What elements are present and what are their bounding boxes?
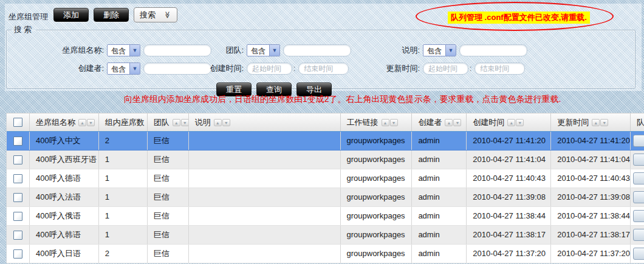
sort-asc-icon[interactable]: ▲ xyxy=(445,119,453,126)
sort-desc-icon[interactable]: ▼ xyxy=(87,119,95,126)
chevron-down-icon: ▼ xyxy=(129,45,140,56)
cell-team: 巨信 xyxy=(148,245,189,263)
table-row[interactable]: 400呼入俄语1巨信groupworkpagesadmin2010-04-27 … xyxy=(7,207,644,226)
table-row[interactable]: 400呼入西班牙语1巨信groupworkpagesadmin2010-04-2… xyxy=(7,151,644,169)
row-checkbox-cell xyxy=(7,207,30,225)
page-title: 坐席组管理 xyxy=(9,12,48,22)
row-action-button[interactable] xyxy=(633,135,644,147)
sort-buttons[interactable]: ▲▼ xyxy=(382,119,398,126)
cell-description xyxy=(189,132,341,150)
row-checkbox-cell xyxy=(7,226,30,244)
column-header-creator[interactable]: 创建者▲▼ xyxy=(412,113,467,131)
description-input[interactable] xyxy=(459,44,527,56)
cell-team: 巨信 xyxy=(148,151,189,169)
sort-buttons[interactable]: ▲▼ xyxy=(507,119,524,126)
cell-create_time: 2010-04-27 11:38:44 xyxy=(467,207,551,225)
update-time-end-input[interactable] xyxy=(474,63,525,75)
cell-work_link: groupworkpages xyxy=(341,169,413,188)
update-time-start-input[interactable] xyxy=(423,63,468,75)
delete-button[interactable]: 删除 xyxy=(94,8,129,22)
row-action-button[interactable] xyxy=(633,172,644,184)
cell-work_link: groupworkpages xyxy=(341,226,413,244)
sort-desc-icon[interactable]: ▼ xyxy=(516,119,524,126)
row-checkbox[interactable] xyxy=(13,174,22,183)
sort-asc-icon[interactable]: ▲ xyxy=(382,119,389,126)
operator-value: 包含 xyxy=(247,45,269,56)
cell-update_time: 2010-04-27 11:41:20 xyxy=(551,132,631,150)
cell-work_link: groupworkpages xyxy=(341,207,413,225)
search-toggle-button[interactable]: 搜索 ≫ xyxy=(134,7,177,22)
sort-desc-icon[interactable]: ▼ xyxy=(222,119,230,126)
notification-banner[interactable]: 队列管理 .conf配置文件已改变,请重载. xyxy=(448,12,590,24)
column-header-team[interactable]: 团队▲▼ xyxy=(148,113,189,131)
sort-desc-icon[interactable]: ▼ xyxy=(181,119,189,126)
annotation-text: 向坐席组内添加坐席成功后，日语组的坐席数由1变成2了。右上角出现黄色提示条，要求… xyxy=(124,94,561,105)
cell-team: 巨信 xyxy=(148,169,189,188)
column-label: 工作链接 xyxy=(347,117,379,128)
create-time-end-input[interactable] xyxy=(298,63,349,75)
row-checkbox[interactable] xyxy=(13,212,22,221)
table-body: 400呼入中文2巨信groupworkpagesadmin2010-04-27 … xyxy=(7,132,644,263)
cell-agent_count: 1 xyxy=(99,207,148,225)
cell-queue-action xyxy=(631,151,644,169)
create-time-start-input[interactable] xyxy=(247,63,292,75)
group-name-label: 坐席组名称: xyxy=(19,45,104,56)
sort-desc-icon[interactable]: ▼ xyxy=(390,119,398,126)
table-row[interactable]: 400呼入中文2巨信groupworkpagesadmin2010-04-27 … xyxy=(7,132,644,151)
row-action-button[interactable] xyxy=(633,248,644,260)
team-operator-select[interactable]: 包含 ▼ xyxy=(247,44,280,56)
add-button[interactable]: 添加 xyxy=(53,8,89,22)
column-header-description[interactable]: 说明▲▼ xyxy=(189,113,341,131)
description-operator-select[interactable]: 包含 ▼ xyxy=(423,44,456,56)
operator-value: 包含 xyxy=(108,63,129,74)
sort-asc-icon[interactable]: ▲ xyxy=(507,119,515,126)
row-checkbox[interactable] xyxy=(13,249,22,259)
row-checkbox[interactable] xyxy=(13,193,22,202)
table-row[interactable]: 400呼入法语1巨信groupworkpagesadmin2010-04-27 … xyxy=(7,188,644,207)
column-header-create_time[interactable]: 创建时间▲▼ xyxy=(467,113,551,131)
row-checkbox[interactable] xyxy=(13,231,22,240)
table-row[interactable]: 400呼入韩语1巨信groupworkpagesadmin2010-04-27 … xyxy=(7,226,644,245)
column-label: 组内座席数 xyxy=(105,117,145,128)
row-action-button[interactable] xyxy=(633,154,644,166)
sort-buttons[interactable]: ▲▼ xyxy=(78,119,95,126)
row-action-button[interactable] xyxy=(633,229,644,241)
sort-desc-icon[interactable]: ▼ xyxy=(600,119,608,126)
search-fieldset: 搜索 坐席组名称: 包含 ▼ 团队: 包含 ▼ 说明: 包含 ▼ xyxy=(6,24,635,89)
sort-buttons[interactable]: ▲▼ xyxy=(173,119,189,126)
sort-buttons[interactable]: ▲▼ xyxy=(592,119,608,126)
cell-team: 巨信 xyxy=(148,132,189,150)
column-header-work_link[interactable]: 工作链接▲▼ xyxy=(341,113,413,131)
sort-asc-icon[interactable]: ▲ xyxy=(214,119,222,126)
cell-create_time: 2010-04-27 11:41:04 xyxy=(467,151,551,169)
cell-creator: admin xyxy=(412,132,467,150)
sort-asc-icon[interactable]: ▲ xyxy=(592,119,600,126)
column-header-update_time[interactable]: 更新时间▲▼ xyxy=(551,113,631,131)
row-action-button[interactable] xyxy=(633,210,644,222)
sort-desc-icon[interactable]: ▼ xyxy=(453,119,461,126)
team-label: 团队: xyxy=(189,45,244,56)
select-all-checkbox[interactable] xyxy=(13,118,22,127)
row-checkbox[interactable] xyxy=(13,155,22,164)
table-row[interactable]: 400呼入日语2巨信groupworkpagesadmin2010-04-27 … xyxy=(7,245,644,263)
row-action-button[interactable] xyxy=(633,191,644,203)
table-row[interactable]: 400呼入德语1巨信groupworkpagesadmin2010-04-27 … xyxy=(7,169,644,188)
sort-asc-icon[interactable]: ▲ xyxy=(78,119,86,126)
sort-buttons[interactable]: ▲▼ xyxy=(214,119,230,126)
cell-agent_count: 2 xyxy=(99,132,148,150)
column-label: 队列 xyxy=(637,117,644,128)
row-checkbox-cell xyxy=(7,151,30,169)
group-name-operator-select[interactable]: 包含 ▼ xyxy=(107,44,140,56)
cell-agent_count: 1 xyxy=(99,188,148,206)
operator-value: 包含 xyxy=(108,45,129,56)
sort-asc-icon[interactable]: ▲ xyxy=(173,119,180,126)
row-checkbox[interactable] xyxy=(13,137,22,146)
creator-operator-select[interactable]: 包含 ▼ xyxy=(107,63,140,75)
cell-create_time: 2010-04-27 11:37:20 xyxy=(467,245,551,263)
cell-description xyxy=(189,226,341,244)
cell-update_time: 2010-04-27 11:38:17 xyxy=(551,226,631,244)
team-input[interactable] xyxy=(283,44,351,56)
sort-buttons[interactable]: ▲▼ xyxy=(445,119,461,126)
column-header-group_name[interactable]: 坐席组名称▲▼ xyxy=(30,113,99,131)
cell-queue-action xyxy=(631,132,644,150)
